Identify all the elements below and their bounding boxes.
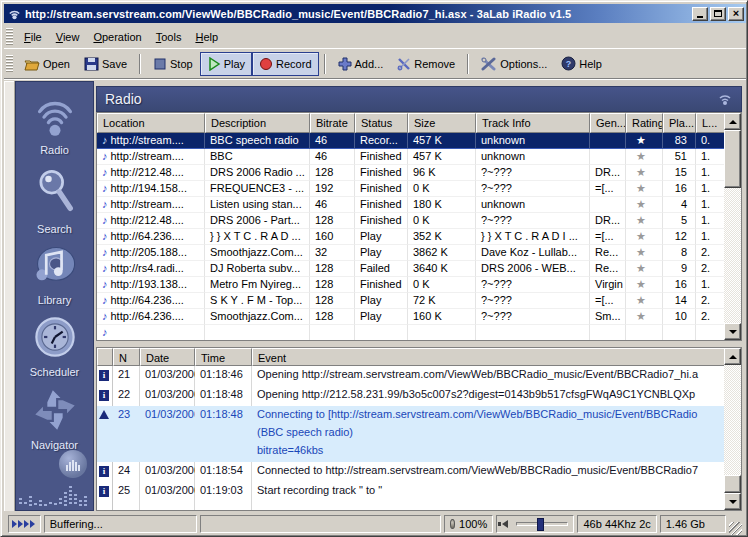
toolbar-separator [467,54,469,74]
scroll-up-button[interactable] [724,113,741,130]
station-status: Finished [355,181,408,197]
station-row[interactable]: ♪http://194.158...FREQUENCE3 - ...192Fin… [97,181,724,197]
menu-bar: File View Operation Tools Help [4,25,746,49]
spectrum-graphic [19,480,91,506]
station-description [205,325,310,340]
col-bitrate[interactable]: Bitrate [310,113,355,133]
scroll-thumb[interactable] [724,130,741,188]
station-row[interactable]: ♪http://stream....BBC speech radio46Reco… [97,133,724,149]
station-track [476,325,590,340]
col-plays[interactable]: Pla... [663,113,696,133]
close-button[interactable]: × [728,7,744,21]
col-last[interactable]: L... [696,113,727,133]
station-plays: 10 [663,309,696,325]
options-button[interactable]: Options... [474,52,554,76]
scroll-down-button[interactable] [724,493,741,510]
add-button[interactable]: Add... [331,52,391,76]
sidebar-item-library[interactable]: Library [16,242,93,306]
station-row[interactable]: ♪http://205.188...Smoothjazz.Com...32Pla… [97,245,724,261]
station-size [408,325,476,340]
log-time: 01:18:48 [195,386,252,406]
col-log-icon[interactable] [97,348,113,366]
col-description[interactable]: Description [205,113,310,133]
scroll-up-button[interactable] [724,348,741,365]
station-row[interactable]: ♪http://212.48....DRS 2006 Radio ...128F… [97,165,724,181]
minimize-button[interactable] [692,7,708,21]
resize-grip[interactable] [729,522,742,535]
col-log-time[interactable]: Time [195,348,252,366]
col-genre[interactable]: Gen... [590,113,626,133]
sidebar: Radio Search Library [15,81,94,511]
station-status [355,325,408,340]
left-splitter-strip[interactable] [4,81,15,511]
open-button[interactable]: Open [17,52,77,76]
station-description: FREQUENCE3 - ... [205,181,310,197]
equalizer-button[interactable] [59,450,87,478]
record-button[interactable]: Record [252,52,318,76]
col-rating[interactable]: Rating [626,113,663,133]
station-location: ♪http://194.158... [97,181,205,197]
stream-chevrons-button[interactable] [8,515,41,533]
sidebar-item-scheduler[interactable]: Scheduler [16,314,93,378]
col-log-event[interactable]: Event [252,348,741,366]
stations-scrollbar[interactable] [724,113,741,340]
station-track: unknown [476,133,590,149]
station-location: ♪ [97,325,205,340]
col-status[interactable]: Status [355,113,408,133]
play-button[interactable]: Play [200,52,252,76]
station-row[interactable]: ♪http://rs4.radi...DJ Roberta subv...128… [97,261,724,277]
log-rows: i2101/03/200601:18:46Opening http://stre… [97,366,724,510]
volume-slider[interactable] [516,522,568,526]
station-status: Finished [355,213,408,229]
col-location[interactable]: Location [97,113,205,133]
station-genre: =[... [590,293,626,309]
log-row[interactable]: i2101/03/200601:18:46Opening http://stre… [97,366,724,386]
toolbar-grip[interactable] [6,55,13,73]
volume-thumb[interactable] [537,518,544,531]
log-row[interactable]: i2401/03/200601:18:54Connected to http:/… [97,462,724,482]
station-row[interactable]: ♪http://stream....BBC46Finished457 Kunkn… [97,149,724,165]
menu-operation[interactable]: Operation [86,28,148,46]
remove-button[interactable]: Remove [390,52,462,76]
scroll-thumb[interactable] [724,475,741,493]
col-log-n[interactable]: N [113,348,140,366]
station-row[interactable]: ♪http://64.236....S K Y . F M - Top...12… [97,293,724,309]
log-row[interactable]: i2501/03/200601:19:03Start recording tra… [97,482,724,502]
maximize-button[interactable] [710,7,726,21]
sidebar-item-navigator[interactable]: Navigator [16,387,93,451]
music-note-icon: ♪ [102,150,108,162]
menu-file[interactable]: File [17,28,49,46]
log-row[interactable]: i2201/03/200601:18:48Opening http://212.… [97,386,724,406]
station-row[interactable]: ♪http://212.48....DRS 2006 - Part...128F… [97,213,724,229]
station-row[interactable]: ♪http://64.236....} } X T C . R A D ...1… [97,229,724,245]
station-size: 72 K [408,293,476,309]
station-row[interactable]: ♪http://64.236....Smoothjazz.Com...128Pl… [97,309,724,325]
arrow-up-icon [729,355,737,359]
station-row[interactable]: ♪http://193.138...Metro Fm Nyireg...128F… [97,277,724,293]
menu-help[interactable]: Help [188,28,225,46]
station-last [696,325,724,340]
station-row[interactable]: ♪ [97,325,724,340]
col-size[interactable]: Size [408,113,476,133]
sidebar-item-radio[interactable]: Radio [16,94,93,156]
panel-wifi-icon [717,91,733,107]
stop-button[interactable]: Stop [146,52,200,76]
col-trackinfo[interactable]: Track Info [476,113,590,133]
help-button[interactable]: ? Help [554,52,609,76]
station-description: Listen using stan... [205,197,310,213]
help-label: Help [579,58,602,70]
log-row[interactable]: 2301/03/200601:18:48Connecting to [http:… [97,406,724,462]
menu-grip[interactable] [6,28,13,46]
station-description: DRS 2006 Radio ... [205,165,310,181]
sidebar-item-search[interactable]: Search [16,167,93,235]
col-log-date[interactable]: Date [140,348,195,366]
menu-view[interactable]: View [49,28,87,46]
save-button[interactable]: Save [77,52,134,76]
log-scrollbar[interactable] [724,348,741,510]
menu-tools[interactable]: Tools [149,28,189,46]
station-row[interactable]: ♪http://stream....Listen using stan...46… [97,197,724,213]
station-track: ?~??? [476,213,590,229]
scroll-down-button[interactable] [724,323,741,340]
arrow-down-icon [729,330,737,334]
status-spacer [200,515,440,533]
